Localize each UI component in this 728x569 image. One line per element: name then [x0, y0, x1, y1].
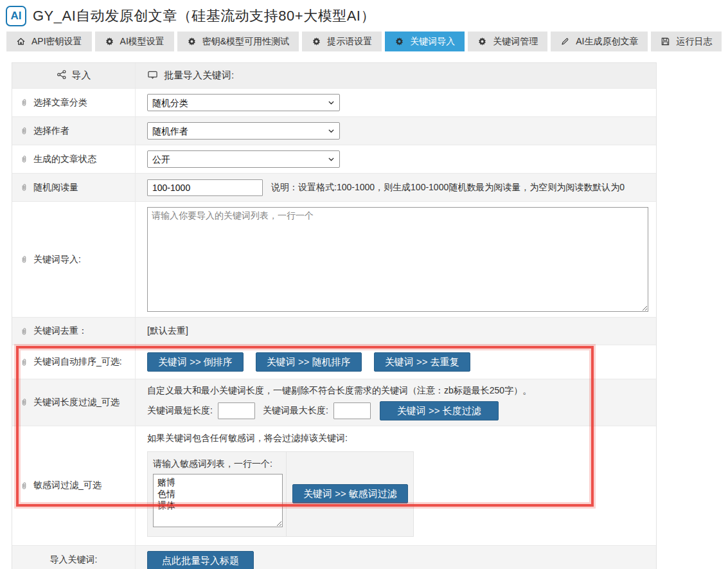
- keyword-import-form: 导入 批量导入关键词: 选择文章分类 随机分类 选择作者 随机作者: [12, 62, 657, 569]
- keywords-content-cell: [136, 202, 657, 317]
- import-label-cell: 导入关键词:: [12, 546, 136, 569]
- views-range-input[interactable]: [147, 179, 263, 196]
- dedupe-label: 关键词去重：: [33, 325, 87, 337]
- sensitive-label: 敏感词过滤_可选: [33, 480, 102, 491]
- tab-label: 运行日志: [676, 36, 712, 48]
- tab-label: AI模型设置: [120, 36, 164, 48]
- header-batch-cell: 批量导入关键词:: [136, 63, 656, 88]
- paperclip-icon: [20, 327, 28, 336]
- tab-label: AI生成原创文章: [576, 36, 638, 48]
- keyword-import-row: 关键词导入:: [12, 202, 656, 318]
- tab-label: API密钥设置: [31, 36, 82, 48]
- gear-icon: [477, 37, 487, 46]
- gear-icon: [105, 37, 114, 46]
- sensitive-box: 请输入敏感词列表，一行一个: 赌博 色情 裸体 关键词 >> 敏感词过滤: [147, 451, 414, 537]
- tab-run-log[interactable]: 运行日志: [651, 32, 722, 51]
- views-hint: 说明：设置格式:100-1000，则生成100-1000随机数最为阅读量，为空则…: [271, 182, 625, 194]
- tab-bar: API密钥设置 AI模型设置 密钥&模型可用性测试 提示语设置 关键词导入 关键…: [0, 32, 728, 51]
- disk-icon: [661, 37, 670, 46]
- gear-icon: [395, 37, 404, 46]
- home-icon: [16, 37, 26, 46]
- tab-label: 提示语设置: [327, 36, 372, 48]
- keywords-label-cell: 关键词导入:: [12, 202, 136, 317]
- tab-key-model-availability-test[interactable]: 密钥&模型可用性测试: [177, 32, 299, 51]
- tab-label: 关键词管理: [493, 36, 538, 48]
- length-desc: 自定义最大和最小关键词长度，一键剔除不符合长度需求的关键词（注意：zb标题最长2…: [147, 385, 647, 397]
- category-select[interactable]: 随机分类: [147, 94, 340, 111]
- header-import-label: 导入: [72, 69, 91, 82]
- status-content-cell: 公开: [136, 145, 656, 173]
- gear-icon: [187, 37, 197, 46]
- sort-reverse-button[interactable]: 关键词 >> 倒排序: [147, 352, 244, 372]
- views-content-cell: 说明：设置格式:100-1000，则生成100-1000随机数最为阅读量，为空则…: [136, 174, 656, 201]
- length-content-cell: 自定义最大和最小关键词长度，一键剔除不符合长度需求的关键词（注意：zb标题最长2…: [136, 379, 656, 426]
- paperclip-icon: [20, 126, 28, 136]
- paperclip-icon: [20, 397, 28, 407]
- paperclip-icon: [20, 154, 28, 164]
- gear-icon: [312, 37, 321, 46]
- keywords-textarea[interactable]: [147, 207, 648, 312]
- tab-keyword-import[interactable]: 关键词导入: [385, 32, 465, 51]
- length-min-label: 关键词最短长度:: [147, 405, 213, 417]
- sensitive-content-cell: 如果关键词包含任何敏感词，将会过滤掉该关键词: 请输入敏感词列表，一行一个: 赌…: [136, 426, 656, 545]
- sort-dedupe-button[interactable]: 关键词 >> 去重复: [374, 352, 470, 372]
- import-row: 导入关键词: 点此批量导入标题: [12, 546, 656, 569]
- sensitive-box-left: 请输入敏感词列表，一行一个: 赌博 色情 裸体: [148, 452, 286, 536]
- sort-label: 关键词自动排序_可选:: [33, 356, 122, 368]
- tab-label: 密钥&模型可用性测试: [202, 36, 289, 48]
- sensitive-filter-row: 敏感词过滤_可选 如果关键词包含任何敏感词，将会过滤掉该关键词: 请输入敏感词列…: [12, 426, 656, 546]
- batch-import-titles-button[interactable]: 点此批量导入标题: [147, 551, 254, 569]
- tab-api-key-settings[interactable]: API密钥设置: [6, 32, 92, 51]
- tab-ai-model-settings[interactable]: AI模型设置: [95, 32, 174, 51]
- sort-content-cell: 关键词 >> 倒排序 关键词 >> 随机排序 关键词 >> 去重复: [136, 345, 656, 379]
- dedupe-content-cell: [默认去重]: [136, 318, 656, 345]
- sensitive-filter-button[interactable]: 关键词 >> 敏感词过滤: [292, 484, 408, 503]
- sort-random-button[interactable]: 关键词 >> 随机排序: [256, 352, 362, 372]
- auto-sort-row: 关键词自动排序_可选: 关键词 >> 倒排序 关键词 >> 随机排序 关键词 >…: [12, 345, 656, 379]
- dedupe-label-cell: 关键词去重：: [12, 318, 136, 345]
- length-max-input[interactable]: [333, 402, 371, 419]
- length-filter-row: 关键词长度过滤_可选 自定义最大和最小关键词长度，一键剔除不符合长度需求的关键词…: [12, 379, 656, 426]
- sensitive-list-label: 请输入敏感词列表，一行一个:: [153, 458, 286, 470]
- import-content-cell: 点此批量导入标题: [136, 546, 656, 569]
- paperclip-icon: [20, 357, 28, 367]
- author-select[interactable]: 随机作者: [147, 122, 340, 140]
- pen-icon: [560, 37, 570, 46]
- author-label-cell: 选择作者: [12, 117, 136, 145]
- sensitive-box-right: 关键词 >> 敏感词过滤: [286, 452, 414, 536]
- category-row: 选择文章分类 随机分类: [12, 89, 656, 117]
- dedupe-row: 关键词去重： [默认去重]: [12, 318, 656, 345]
- share-icon: [57, 69, 67, 82]
- status-select[interactable]: 公开: [147, 150, 340, 168]
- author-row: 选择作者 随机作者: [12, 117, 656, 145]
- tab-label: 关键词导入: [410, 36, 455, 48]
- sensitive-words-textarea[interactable]: 赌博 色情 裸体: [153, 474, 283, 527]
- length-label: 关键词长度过滤_可选: [33, 397, 120, 408]
- sensitive-desc: 如果关键词包含任何敏感词，将会过滤掉该关键词:: [147, 433, 647, 444]
- tab-prompt-settings[interactable]: 提示语设置: [302, 32, 382, 51]
- form-header-row: 导入 批量导入关键词:: [12, 63, 656, 89]
- tab-ai-generate-article[interactable]: AI生成原创文章: [551, 32, 648, 51]
- app-logo-ai-icon: AI: [6, 6, 26, 26]
- import-label: 导入关键词:: [50, 554, 98, 566]
- page-title: GY_AI自动发原创文章（硅基流动支持80+大模型AI）: [33, 6, 375, 26]
- length-min-input[interactable]: [218, 402, 255, 419]
- dedupe-value: [默认去重]: [147, 325, 188, 337]
- category-content-cell: 随机分类: [136, 89, 656, 116]
- category-label: 选择文章分类: [33, 97, 87, 109]
- header-import-cell: 导入: [12, 63, 136, 88]
- tab-keyword-manage[interactable]: 关键词管理: [468, 32, 547, 51]
- status-label: 生成的文章状态: [33, 154, 96, 165]
- keywords-label: 关键词导入:: [33, 254, 81, 266]
- sort-label-cell: 关键词自动排序_可选:: [12, 345, 136, 379]
- paperclip-icon: [20, 255, 28, 264]
- header-batch-label: 批量导入关键词:: [164, 69, 234, 82]
- random-views-row: 随机阅读量 说明：设置格式:100-1000，则生成100-1000随机数最为阅…: [12, 174, 656, 202]
- comment-icon: [147, 69, 158, 82]
- category-label-cell: 选择文章分类: [12, 89, 136, 116]
- sensitive-label-cell: 敏感词过滤_可选: [12, 426, 136, 545]
- title-bar: AI GY_AI自动发原创文章（硅基流动支持80+大模型AI）: [0, 0, 728, 32]
- paperclip-icon: [20, 183, 28, 192]
- length-filter-button[interactable]: 关键词 >> 长度过滤: [380, 401, 499, 420]
- paperclip-icon: [20, 481, 28, 491]
